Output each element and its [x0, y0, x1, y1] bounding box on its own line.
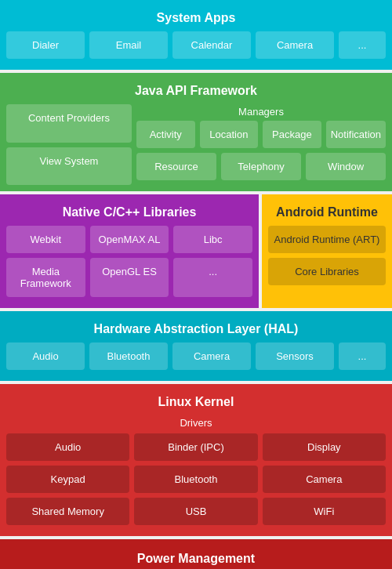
managers-row1: Activity Location Package Notification [136, 121, 386, 148]
system-apps-dialer: Dialer [6, 31, 85, 59]
hal-audio: Audio [6, 342, 85, 370]
linux-camera: Camera [263, 466, 386, 493]
linux-row1: Audio Binder (IPC) Display [6, 433, 386, 461]
linux-row3: Shared Memory USB WiFi [6, 498, 386, 525]
managers-row2: Resource Telephony Window [136, 153, 386, 180]
hal-sensors: Sensors [256, 342, 334, 370]
native-webkit: Webkit [6, 226, 85, 253]
hal-row: Audio Bluetooth Camera Sensors ... [6, 342, 386, 370]
android-runtime-row1: Android Runtime (ART) [268, 226, 386, 253]
linux-display: Display [263, 433, 386, 461]
manager-notification: Notification [326, 121, 386, 148]
java-api-left: Content Providers View System [6, 104, 132, 185]
android-runtime-row2: Core Libraries [268, 258, 386, 285]
manager-package: Package [263, 121, 321, 148]
power-mgmt-title: Power Management [8, 547, 384, 566]
java-api-right: Managers Activity Location Package Notif… [136, 104, 386, 185]
linux-shared-memory: Shared Memory [6, 498, 129, 525]
native-media-framework: Media Framework [6, 258, 85, 297]
system-apps-camera: Camera [256, 31, 334, 59]
java-api-inner: Content Providers View System Managers A… [6, 104, 386, 185]
manager-window: Window [306, 153, 386, 180]
native-libs-title: Native C/C++ Libraries [6, 201, 252, 226]
linux-audio: Audio [6, 433, 129, 461]
system-apps-email: Email [89, 31, 168, 59]
system-apps-layer: System Apps Dialer Email Calendar Camera… [0, 0, 392, 70]
linux-wifi: WiFi [263, 498, 386, 525]
native-libs-row2: Media Framework OpenGL ES ... [6, 258, 252, 297]
android-runtime-title: Android Runtime [268, 201, 386, 226]
system-apps-more: ... [339, 31, 386, 59]
android-runtime-layer: Android Runtime Android Runtime (ART) Co… [262, 194, 392, 308]
java-api-title: Java API Framework [6, 79, 386, 104]
native-more: ... [173, 258, 252, 297]
hal-camera: Camera [172, 342, 251, 370]
system-apps-row: Dialer Email Calendar Camera ... [6, 31, 386, 59]
hal-more: ... [339, 342, 386, 370]
manager-telephony: Telephony [221, 153, 301, 180]
linux-keypad: Keypad [6, 466, 129, 493]
linux-row2: Keypad Bluetooth Camera [6, 466, 386, 493]
middle-row: Native C/C++ Libraries Webkit OpenMAX AL… [0, 194, 392, 308]
manager-resource: Resource [136, 153, 216, 180]
manager-activity: Activity [136, 121, 195, 148]
linux-usb: USB [134, 498, 257, 525]
hal-title: Hardware Abstraction Layer (HAL) [6, 317, 386, 342]
java-api-view-system: View System [6, 147, 132, 186]
system-apps-calendar: Calendar [172, 31, 251, 59]
linux-bluetooth: Bluetooth [134, 466, 257, 493]
system-apps-title: System Apps [6, 6, 386, 31]
android-runtime-art: Android Runtime (ART) [268, 226, 386, 253]
java-api-content-providers: Content Providers [6, 104, 132, 143]
drivers-label: Drivers [6, 415, 386, 433]
android-runtime-core: Core Libraries [268, 258, 386, 285]
native-libs-layer: Native C/C++ Libraries Webkit OpenMAX AL… [0, 194, 259, 308]
native-libc: Libc [173, 226, 252, 253]
native-opengl: OpenGL ES [90, 258, 169, 297]
hal-layer: Hardware Abstraction Layer (HAL) Audio B… [0, 311, 392, 381]
linux-kernel-layer: Linux Kernel Drivers Audio Binder (IPC) … [0, 384, 392, 536]
hal-bluetooth: Bluetooth [89, 342, 168, 370]
java-api-layer: Java API Framework Content Providers Vie… [0, 73, 392, 191]
managers-label: Managers [136, 104, 386, 121]
manager-location: Location [200, 121, 259, 148]
linux-kernel-title: Linux Kernel [6, 390, 386, 415]
power-mgmt-layer: Power Management [0, 539, 392, 569]
linux-binder: Binder (IPC) [134, 433, 257, 461]
native-libs-row1: Webkit OpenMAX AL Libc [6, 226, 252, 253]
native-openmax: OpenMAX AL [90, 226, 169, 253]
